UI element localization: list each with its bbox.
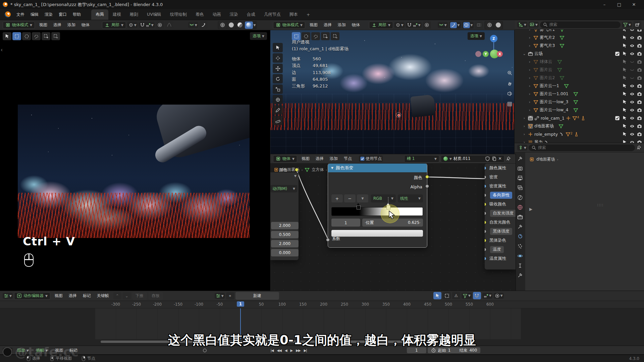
- selectable-icon[interactable]: [622, 43, 627, 48]
- workspace-tab-布局[interactable]: 布局: [91, 9, 108, 20]
- current-frame-indicator[interactable]: 1: [237, 301, 244, 307]
- gizmo-y-axis[interactable]: Y: [483, 51, 489, 57]
- ramp-stop-black[interactable]: [356, 205, 360, 210]
- selectable-icon[interactable]: [622, 92, 627, 97]
- proportional-edit-button[interactable]: [423, 21, 431, 29]
- outliner-row-role_empty[interactable]: ›role_empty2: [515, 130, 644, 138]
- checkbox-icon[interactable]: [615, 51, 620, 56]
- selectable-icon[interactable]: [622, 83, 627, 88]
- render-visibility-icon[interactable]: [637, 92, 642, 97]
- workspace-tab-几何节点[interactable]: 几何节点: [260, 9, 285, 20]
- menu-选择[interactable]: 选择: [50, 21, 64, 29]
- select-subtract-tool-button[interactable]: [51, 32, 60, 40]
- orientation-dropdown[interactable]: 局部 ▼: [102, 21, 126, 29]
- outliner-row-球体云[interactable]: ›球体云: [515, 58, 644, 66]
- ramp-options-button[interactable]: ▼: [357, 194, 368, 202]
- prop-tab-collection[interactable]: [517, 214, 523, 220]
- transform-tool[interactable]: [273, 95, 283, 104]
- only-selected-toggle[interactable]: [433, 292, 441, 299]
- display-mode-dropdown[interactable]: ▼: [529, 22, 539, 27]
- prop-tab-particles[interactable]: [517, 243, 523, 249]
- prop-tab-object[interactable]: [517, 224, 523, 230]
- noise-type-dropdown[interactable]: 动(fBM)▼: [270, 185, 297, 192]
- input-socket[interactable]: [485, 239, 486, 242]
- main-menu-帮助[interactable]: 帮助: [70, 11, 84, 18]
- menu-添加[interactable]: 添加: [335, 21, 349, 29]
- shading-material-button[interactable]: [236, 21, 244, 29]
- render-visibility-icon[interactable]: [637, 67, 642, 72]
- shading-rendered-button[interactable]: [245, 21, 253, 29]
- noise-color-output-socket[interactable]: [295, 168, 299, 172]
- render-visibility-icon[interactable]: [637, 83, 642, 88]
- cursor-tool[interactable]: [273, 53, 283, 63]
- gizmo-z-axis[interactable]: Z: [490, 35, 497, 42]
- render-visibility-icon[interactable]: [637, 75, 642, 80]
- fac-input-socket[interactable]: [326, 238, 330, 242]
- ruler-frame--200[interactable]: -200: [153, 302, 162, 307]
- input-socket[interactable]: [485, 193, 486, 197]
- new-action-button[interactable]: 新建: [235, 292, 279, 300]
- proportional-edit-button[interactable]: [156, 21, 164, 29]
- ruler-frame-200[interactable]: 200: [320, 302, 327, 307]
- ruler-frame-100[interactable]: 100: [278, 302, 286, 307]
- sidebar-collapse-arrow[interactable]: ‹: [1, 47, 3, 53]
- workspace-tab-UV编辑[interactable]: UV编辑: [143, 9, 166, 20]
- menu-标记[interactable]: 标记: [80, 292, 94, 300]
- ghost-dropdown[interactable]: ▼: [215, 293, 225, 299]
- unlink-icon[interactable]: ✕: [498, 156, 502, 161]
- ruler-frame-550[interactable]: 550: [466, 302, 473, 307]
- select-lasso-tool-button[interactable]: [32, 32, 41, 40]
- new-collection-button[interactable]: [633, 21, 641, 28]
- selectable-icon[interactable]: [622, 35, 627, 40]
- alpha-output-socket[interactable]: [425, 184, 429, 188]
- prop-tab-render[interactable]: [517, 166, 523, 171]
- new-material-icon[interactable]: [492, 156, 497, 161]
- scale-tool[interactable]: [273, 84, 283, 94]
- menu-视图[interactable]: 视图: [299, 155, 313, 163]
- checkbox-icon[interactable]: [615, 116, 620, 121]
- input-socket[interactable]: [485, 202, 486, 206]
- use-nodes-checkbox[interactable]: 使用节点: [359, 156, 383, 162]
- main-menu-窗口[interactable]: 窗口: [56, 11, 70, 18]
- tweak-tool-button[interactable]: [3, 32, 11, 40]
- pin-icon[interactable]: [636, 145, 641, 150]
- editor-type-dropdown[interactable]: ▼: [517, 145, 527, 150]
- snap-group[interactable]: ▼: [406, 22, 422, 28]
- outliner-row-面片云一low_3[interactable]: ›面片云一low_3: [515, 98, 644, 106]
- prop-tab-physics[interactable]: [517, 253, 523, 259]
- selectable-icon[interactable]: [622, 132, 627, 137]
- menu-物体[interactable]: 物体: [78, 21, 93, 29]
- ruler-frame--300[interactable]: -300: [111, 302, 120, 307]
- noise-value-field[interactable]: 0.000: [271, 249, 299, 256]
- render-visibility-icon[interactable]: [637, 100, 642, 105]
- minimize-button[interactable]: –: [597, 2, 612, 7]
- prop-tab-constraints[interactable]: [517, 263, 523, 268]
- menu-选择[interactable]: 选择: [321, 21, 335, 29]
- close-button[interactable]: ✕: [627, 2, 641, 7]
- ruler-frame-50[interactable]: 50: [259, 302, 264, 307]
- input-field[interactable]: 温度: [490, 246, 504, 253]
- selectable-icon[interactable]: [622, 51, 627, 56]
- zoom-icon[interactable]: [507, 70, 512, 75]
- snap-group[interactable]: ▼: [139, 22, 155, 28]
- expander-icon[interactable]: ›: [522, 124, 527, 128]
- visibility-eye-icon[interactable]: [630, 108, 635, 113]
- expander-icon[interactable]: ⌄: [522, 52, 527, 56]
- ruler-frame-150[interactable]: 150: [299, 302, 307, 307]
- menu-添加[interactable]: 添加: [327, 155, 341, 163]
- fake-user-icon[interactable]: [485, 156, 490, 161]
- visibility-eye-icon[interactable]: [630, 75, 635, 80]
- outliner-row-风力[interactable]: ›风力: [515, 138, 644, 143]
- auto-snap-toggle[interactable]: [473, 292, 481, 299]
- navigation-gizmo[interactable]: Z Y X: [475, 35, 503, 61]
- ruler-frame-500[interactable]: 500: [445, 302, 452, 307]
- maximize-button[interactable]: □: [612, 2, 627, 7]
- render-visibility-icon[interactable]: [637, 43, 642, 48]
- input-socket[interactable]: [485, 166, 486, 170]
- dope-mode-dropdown[interactable]: 动作编辑器▼: [14, 292, 50, 300]
- input-socket[interactable]: [485, 221, 486, 224]
- blender-logo-icon[interactable]: [5, 11, 11, 17]
- outliner-row-面片云一1[interactable]: ›面片云一1: [515, 82, 644, 90]
- input-socket[interactable]: [485, 184, 486, 188]
- annotate-tool[interactable]: [273, 105, 283, 115]
